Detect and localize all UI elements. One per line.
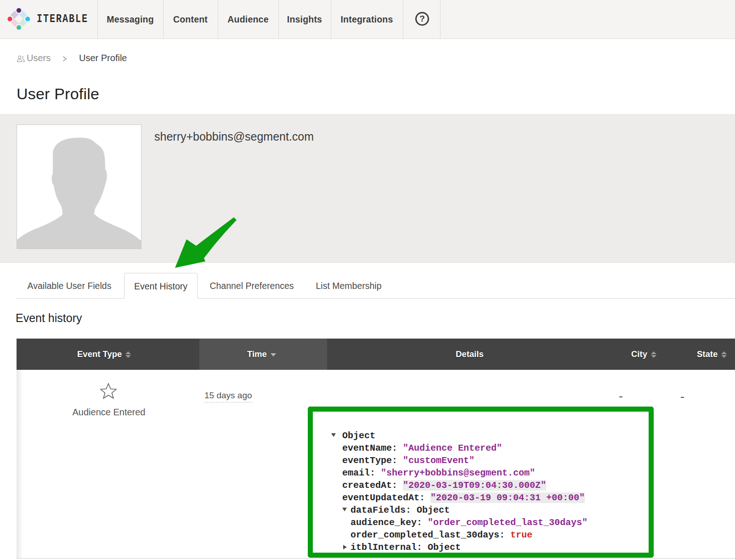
svg-text:ITERABLE: ITERABLE xyxy=(37,13,88,24)
